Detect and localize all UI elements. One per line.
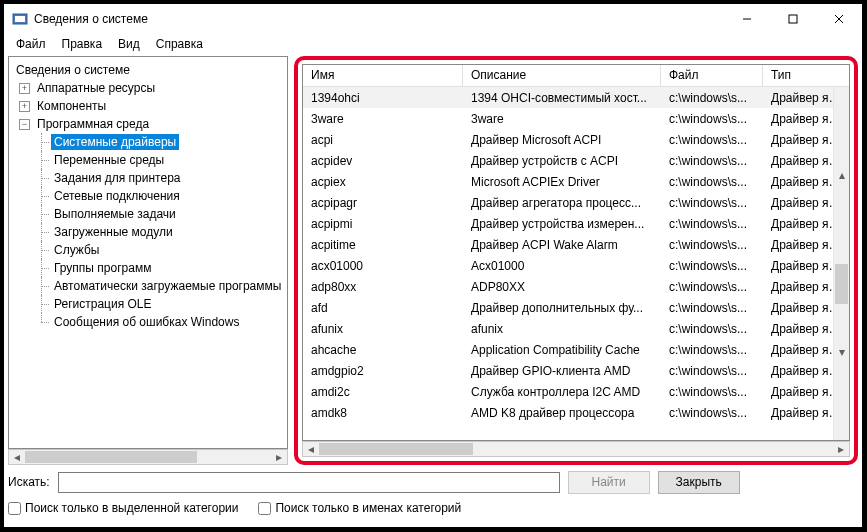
tree-item-services[interactable]: Службы [9, 241, 287, 259]
cell-file: c:\windows\s... [661, 383, 763, 401]
table-row[interactable]: acpiДрайвер Microsoft ACPIc:\windows\s..… [303, 129, 849, 150]
cell-file: c:\windows\s... [661, 152, 763, 170]
tree-label: Сообщения об ошибках Windows [51, 314, 242, 330]
tree-item-software-env[interactable]: − Программная среда [9, 115, 287, 133]
table-row[interactable]: acpidevДрайвер устройств с ACPIc:\window… [303, 150, 849, 171]
scrollbar-thumb[interactable] [319, 443, 473, 455]
menu-help[interactable]: Справка [148, 35, 211, 53]
table-row[interactable]: acpitimeДрайвер ACPI Wake Alarmc:\window… [303, 234, 849, 255]
list-body: 1394ohci1394 OHCI-совместимый хост...c:\… [303, 87, 849, 440]
cell-name: acpiex [303, 173, 463, 191]
table-row[interactable]: amdk8AMD K8 драйвер процессораc:\windows… [303, 402, 849, 423]
table-row[interactable]: amdi2cСлужба контроллера I2C AMDc:\windo… [303, 381, 849, 402]
cell-description: Драйвер агрегатора процесс... [463, 194, 661, 212]
table-row[interactable]: acpipagrДрайвер агрегатора процесс...c:\… [303, 192, 849, 213]
expand-icon[interactable]: + [19, 101, 30, 112]
cell-name: acpipagr [303, 194, 463, 212]
list-horizontal-scrollbar[interactable]: ◂ ▸ [302, 441, 850, 457]
cell-name: acpitime [303, 236, 463, 254]
close-button[interactable] [816, 4, 862, 34]
tree-item-hardware[interactable]: + Аппаратные ресурсы [9, 79, 287, 97]
search-input[interactable] [58, 472, 560, 493]
search-label: Искать: [8, 475, 50, 489]
column-header-name[interactable]: Имя [303, 65, 463, 87]
tree-item-loaded-modules[interactable]: Загруженные модули [9, 223, 287, 241]
find-button[interactable]: Найти [568, 471, 650, 494]
table-row[interactable]: acpipmiДрайвер устройства измерен...c:\w… [303, 213, 849, 234]
tree-horizontal-scrollbar[interactable]: ◂ ▸ [8, 449, 288, 465]
maximize-button[interactable] [770, 4, 816, 34]
cell-description: 3ware [463, 110, 661, 128]
column-header-description[interactable]: Описание [463, 65, 661, 87]
cell-name: afunix [303, 320, 463, 338]
close-search-button[interactable]: Закрыть [658, 471, 740, 494]
cell-name: amdi2c [303, 383, 463, 401]
titlebar[interactable]: Сведения о системе [4, 4, 862, 34]
table-row[interactable]: afunixafunixc:\windows\s...Драйвер ядра [303, 318, 849, 339]
tree-label: Аппаратные ресурсы [34, 80, 158, 96]
tree-item-program-groups[interactable]: Группы программ [9, 259, 287, 277]
tree-item-net-conn[interactable]: Сетевые подключения [9, 187, 287, 205]
vertical-scrollbar[interactable]: ▴ ▾ [833, 87, 849, 440]
table-row[interactable]: 3ware3warec:\windows\s...Драйвер ядра [303, 108, 849, 129]
check-names-only[interactable]: Поиск только в именах категорий [258, 501, 461, 515]
scrollbar-thumb[interactable] [835, 264, 848, 304]
cell-name: 1394ohci [303, 89, 463, 107]
scroll-right-icon[interactable]: ▸ [271, 450, 287, 464]
table-row[interactable]: ahcacheApplication Compatibility Cachec:… [303, 339, 849, 360]
table-row[interactable]: acx01000Acx01000c:\windows\s...Драйвер я… [303, 255, 849, 276]
tree-connector-icon [37, 169, 49, 187]
tree-item-system-drivers[interactable]: Системные драйверы [9, 133, 287, 151]
scroll-left-icon[interactable]: ◂ [9, 450, 25, 464]
search-bar: Искать: Найти Закрыть Поиск только в выд… [8, 469, 858, 523]
collapse-icon[interactable]: − [19, 119, 30, 130]
tree-root[interactable]: Сведения о системе [9, 61, 287, 79]
checkbox-names-only[interactable] [258, 502, 271, 515]
scroll-up-icon[interactable]: ▴ [834, 87, 849, 264]
app-icon [12, 11, 28, 27]
menu-view[interactable]: Вид [110, 35, 148, 53]
column-header-file[interactable]: Файл [661, 65, 763, 87]
cell-file: c:\windows\s... [661, 89, 763, 107]
tree-connector-icon [37, 259, 49, 277]
minimize-button[interactable] [724, 4, 770, 34]
cell-file: c:\windows\s... [661, 257, 763, 275]
tree-item-print-jobs[interactable]: Задания для принтера [9, 169, 287, 187]
cell-file: c:\windows\s... [661, 404, 763, 422]
cell-description: Драйвер устройств с ACPI [463, 152, 661, 170]
tree-item-autostart[interactable]: Автоматически загружаемые программы [9, 277, 287, 295]
cell-description: 1394 OHCI-совместимый хост... [463, 89, 661, 107]
tree-item-running-tasks[interactable]: Выполняемые задачи [9, 205, 287, 223]
scroll-left-icon[interactable]: ◂ [303, 442, 319, 456]
tree-item-env-vars[interactable]: Переменные среды [9, 151, 287, 169]
tree-item-ole-reg[interactable]: Регистрация OLE [9, 295, 287, 313]
tree-connector-icon [37, 223, 49, 241]
column-header-type[interactable]: Тип [763, 65, 850, 87]
menu-edit[interactable]: Правка [54, 35, 111, 53]
cell-name: ahcache [303, 341, 463, 359]
scrollbar-thumb[interactable] [25, 451, 197, 463]
window-frame: Сведения о системе Файл Правка Вид Справ… [4, 4, 862, 527]
cell-name: adp80xx [303, 278, 463, 296]
menubar: Файл Правка Вид Справка [4, 34, 862, 54]
cell-name: acpi [303, 131, 463, 149]
table-row[interactable]: 1394ohci1394 OHCI-совместимый хост...c:\… [303, 87, 849, 108]
table-row[interactable]: adp80xxADP80XXc:\windows\s...Драйвер ядр… [303, 276, 849, 297]
tree-connector-icon [37, 151, 49, 169]
check-label: Поиск только в выделенной категории [25, 501, 238, 515]
cell-description: Драйвер устройства измерен... [463, 215, 661, 233]
menu-file[interactable]: Файл [8, 35, 54, 53]
check-selected-category[interactable]: Поиск только в выделенной категории [8, 501, 238, 515]
table-row[interactable]: amdgpio2Драйвер GPIO-клиента AMDc:\windo… [303, 360, 849, 381]
table-row[interactable]: acpiexMicrosoft ACPIEx Driverc:\windows\… [303, 171, 849, 192]
checkbox-selected-category[interactable] [8, 502, 21, 515]
expand-icon[interactable]: + [19, 83, 30, 94]
cell-name: acx01000 [303, 257, 463, 275]
scroll-right-icon[interactable]: ▸ [833, 442, 849, 456]
tree-item-components[interactable]: + Компоненты [9, 97, 287, 115]
tree-label: Переменные среды [51, 152, 167, 168]
table-row[interactable]: afdДрайвер дополнительных фу...c:\window… [303, 297, 849, 318]
cell-name: amdk8 [303, 404, 463, 422]
cell-description: Драйвер ACPI Wake Alarm [463, 236, 661, 254]
tree-item-wer[interactable]: Сообщения об ошибках Windows [9, 313, 287, 331]
